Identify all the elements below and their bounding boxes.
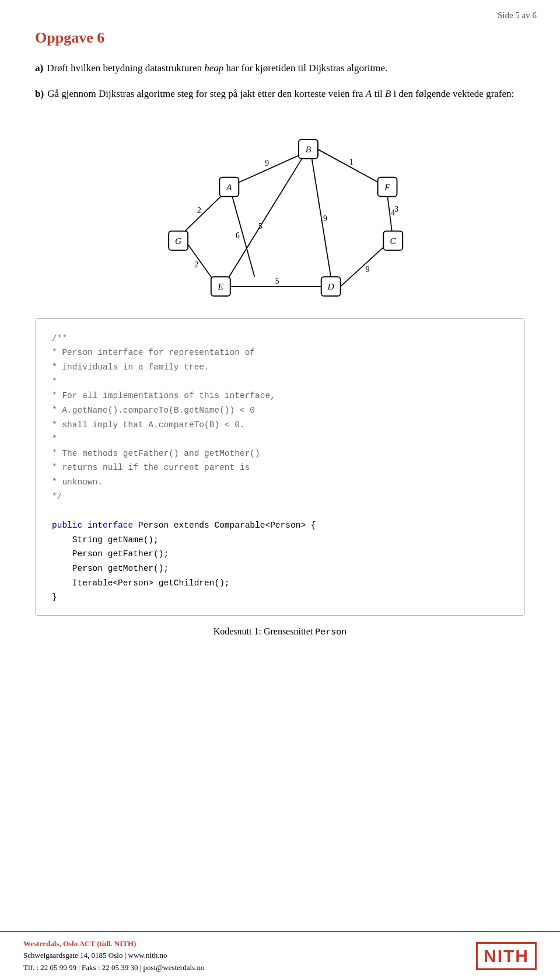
code-line-getChildren: Iterable<Person> getChildren(); [52, 576, 508, 591]
code-line-close: } [52, 590, 508, 605]
edge-ag-label: 2 [197, 205, 201, 214]
edge-ab [237, 155, 300, 183]
edge-ag [185, 195, 222, 231]
code-line-9: * The methods getFather() and getMother(… [52, 447, 508, 461]
code-caption: Kodesnutt 1: Grensesnittet Person [35, 626, 525, 637]
node-g-label: G [175, 236, 181, 246]
edge-dc-label: 9 [366, 265, 370, 274]
footer-logo: NITH [476, 942, 537, 970]
edge-eb-label: 5 [258, 221, 262, 230]
node-f-label: F [384, 182, 390, 191]
code-line-interface: public interface Person extends Comparab… [52, 518, 508, 533]
code-line-4: * [52, 375, 508, 389]
edge-bf [317, 149, 380, 183]
edge-ge [188, 245, 214, 281]
node-b-label: B [306, 144, 312, 154]
code-line-getFather: Person getFather(); [52, 547, 508, 562]
edge-bd-label: 9 [323, 214, 327, 223]
node-a-label: A [226, 182, 232, 191]
task-b-text: Gå gjennom Dijkstras algoritme steg for … [47, 86, 514, 102]
footer-address: Schweigaardsgate 14, 0185 Oslo | www.nit… [23, 950, 204, 962]
task-a-label: a) [35, 61, 43, 76]
task-b: b) Gå gjennom Dijkstras algoritme steg f… [35, 86, 525, 102]
edge-ge-label: 2 [194, 260, 198, 269]
footer-phone: Tlf. : 22 05 99 99 | Faks : 22 05 39 30 … [23, 962, 204, 974]
graph-area: 9 2 6 1 9 4 2 5 5 9 [35, 120, 525, 301]
task-b-label: b) [35, 86, 44, 102]
page-header: Side 5 av 6 [498, 11, 537, 20]
code-line-10: * returns null if the current parent is [52, 461, 508, 475]
edge-bd [312, 158, 331, 277]
code-line-11: * unknown. [52, 475, 508, 490]
code-line-blank [52, 504, 508, 518]
footer-left: Westerdals, Oslo ACT (tidl. NITH) Schwei… [23, 938, 204, 974]
edge-ed-label: 5 [275, 276, 279, 285]
edge-cf-label2: 3 [394, 204, 398, 213]
page-info: Side 5 av 6 [498, 11, 537, 20]
main-content: Oppgave 6 a) Drøft hvilken betydning dat… [0, 0, 560, 637]
footer: Westerdals, Oslo ACT (tidl. NITH) Schwei… [0, 931, 560, 980]
code-line-getMother: Person getMother(); [52, 562, 508, 576]
code-line-1: /** [52, 332, 508, 346]
edge-eb [228, 158, 303, 278]
task-a-text: Drøft hvilken betydning datastrukturen h… [47, 61, 387, 76]
section-title: Oppgave 6 [35, 29, 525, 47]
code-line-8: * [52, 432, 508, 447]
code-line-3: * individuals in a family tree. [52, 360, 508, 375]
graph-svg: 9 2 6 1 9 4 2 5 5 9 [128, 120, 432, 301]
node-d-label: D [327, 281, 334, 291]
node-c-label: C [390, 236, 397, 246]
code-line-7: * shall imply that A.compareTo(B) < 0. [52, 418, 508, 433]
edge-dc [341, 245, 386, 287]
code-line-12: */ [52, 490, 508, 504]
edge-ae-label: 6 [236, 231, 240, 240]
code-line-5: * For all implementations of this interf… [52, 389, 508, 403]
code-line-getName: String getName(); [52, 533, 508, 547]
task-a: a) Drøft hvilken betydning datastrukture… [35, 61, 525, 76]
code-line-2: * Person interface for representation of [52, 346, 508, 360]
code-box: /** * Person interface for representatio… [35, 318, 525, 616]
code-line-6: * A.getName().compareTo(B.getName()) < 0 [52, 403, 508, 418]
edge-bf-label: 1 [349, 158, 354, 166]
footer-title: Westerdals, Oslo ACT (tidl. NITH) [23, 938, 204, 950]
node-e-label: E [218, 281, 224, 291]
edge-ab-label: 9 [265, 159, 269, 168]
